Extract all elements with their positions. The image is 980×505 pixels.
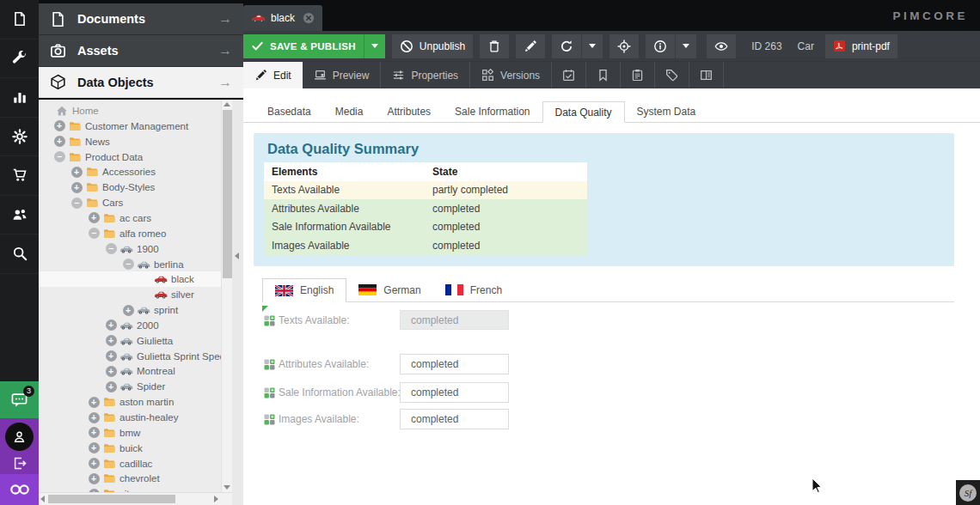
- tree-item-montreal[interactable]: +Montreal: [39, 363, 221, 379]
- info-button[interactable]: [646, 34, 675, 58]
- rail-search-button[interactable]: [0, 234, 39, 274]
- notes-events-button[interactable]: [621, 62, 655, 88]
- expand-plus-icon[interactable]: +: [103, 350, 119, 362]
- reload-options-button[interactable]: [581, 34, 603, 58]
- tree-item-2000[interactable]: +2000: [39, 318, 221, 333]
- tree-horizontal-scrollbar[interactable]: [39, 492, 232, 505]
- save-options-button[interactable]: [364, 34, 385, 58]
- content-tab-system-data[interactable]: System Data: [625, 101, 708, 122]
- print-pdf-button[interactable]: print-pdf: [825, 34, 897, 58]
- visibility-button[interactable]: [707, 34, 736, 58]
- tree-item-news[interactable]: +News: [39, 134, 221, 149]
- expand-plus-icon[interactable]: +: [86, 212, 101, 223]
- scroll-up-icon[interactable]: [224, 102, 230, 106]
- tree-item-cadillac[interactable]: +cadillac: [39, 456, 221, 472]
- collapse-minus-icon[interactable]: −: [52, 151, 67, 162]
- language-tab-german[interactable]: German: [346, 278, 432, 301]
- expand-plus-icon[interactable]: +: [86, 427, 101, 438]
- symfony-profiler-button[interactable]: Sf: [956, 480, 980, 505]
- language-tab-english[interactable]: English: [262, 278, 346, 302]
- collapse-minus-icon[interactable]: −: [120, 259, 136, 270]
- content-tab-data-quality[interactable]: Data Quality: [542, 101, 625, 123]
- content-tab-media[interactable]: Media: [323, 101, 376, 122]
- rail-users-button[interactable]: [0, 196, 39, 235]
- info-options-button[interactable]: [675, 34, 696, 58]
- tree-item-body-styles[interactable]: +Body-Styles: [39, 179, 221, 195]
- scroll-left-icon[interactable]: [40, 496, 45, 502]
- tree-item-product-data[interactable]: −Product Data: [39, 149, 221, 165]
- rename-button[interactable]: [516, 34, 545, 58]
- rail-reports-button[interactable]: [0, 78, 39, 118]
- tree-item-silver[interactable]: silver: [39, 287, 221, 302]
- tree-item-home[interactable]: Home: [39, 103, 221, 119]
- tab-versions[interactable]: Versions: [470, 62, 552, 88]
- expand-plus-icon[interactable]: +: [103, 319, 119, 331]
- expand-plus-icon[interactable]: +: [103, 381, 119, 392]
- delete-button[interactable]: [480, 34, 509, 58]
- expand-plus-icon[interactable]: +: [52, 136, 67, 147]
- expand-plus-icon[interactable]: +: [69, 167, 84, 178]
- scroll-down-icon[interactable]: [224, 485, 230, 490]
- save-publish-button[interactable]: SAVE & PUBLISH: [243, 34, 364, 58]
- texts-available-field-value[interactable]: completed: [400, 310, 509, 330]
- notifications-button[interactable]: 3: [0, 381, 39, 418]
- tree-item-bmw[interactable]: +bmw: [39, 425, 221, 441]
- field-value-attributes-available-[interactable]: completed: [400, 354, 509, 374]
- bookmark-button[interactable]: [586, 62, 621, 88]
- expand-plus-icon[interactable]: +: [103, 366, 119, 377]
- expand-plus-icon[interactable]: +: [52, 120, 67, 131]
- tree-item-ac-cars[interactable]: +ac cars: [39, 210, 221, 226]
- language-tab-french[interactable]: French: [433, 278, 514, 301]
- reports-button[interactable]: [689, 62, 724, 88]
- logout-button[interactable]: [12, 456, 27, 474]
- collapse-minus-icon[interactable]: −: [86, 228, 101, 239]
- locate-in-tree-button[interactable]: [609, 34, 639, 58]
- tags-button[interactable]: [655, 62, 689, 88]
- expand-plus-icon[interactable]: +: [86, 442, 101, 453]
- tree-item-customer-management[interactable]: +Customer Management: [39, 119, 221, 134]
- unpublish-button[interactable]: Unpublish: [392, 34, 473, 58]
- schedule-button[interactable]: [552, 62, 586, 88]
- tree-item-alfa-romeo[interactable]: −alfa romeo: [39, 226, 221, 241]
- field-value-images-available-[interactable]: completed: [400, 409, 509, 429]
- rail-tools-button[interactable]: [0, 40, 39, 79]
- expand-plus-icon[interactable]: +: [86, 397, 101, 408]
- tab-properties[interactable]: Properties: [381, 62, 470, 88]
- rail-documents-button[interactable]: [0, 0, 39, 40]
- collapse-minus-icon[interactable]: −: [69, 198, 84, 209]
- expand-plus-icon[interactable]: +: [103, 335, 119, 346]
- horizontal-scroll-thumb[interactable]: [48, 495, 175, 503]
- content-tab-sale-information[interactable]: Sale Information: [443, 101, 542, 122]
- accordion-documents[interactable]: Documents →: [39, 3, 243, 35]
- tree-vertical-scrollbar[interactable]: [221, 100, 232, 492]
- accordion-assets[interactable]: Assets →: [39, 35, 243, 67]
- user-avatar-button[interactable]: [5, 423, 34, 451]
- tree-item-1900[interactable]: −1900: [39, 241, 221, 257]
- panel-splitter[interactable]: [232, 100, 243, 505]
- pimcore-logo-button[interactable]: [0, 474, 39, 505]
- expand-plus-icon[interactable]: +: [120, 305, 136, 316]
- tree-item-buick[interactable]: +buick: [39, 441, 221, 456]
- rail-settings-button[interactable]: [0, 118, 39, 157]
- tree-item-austin-healey[interactable]: +austin-healey: [39, 410, 221, 425]
- scroll-right-icon[interactable]: [214, 496, 218, 502]
- tree-item-berlina[interactable]: −berlina: [39, 257, 221, 272]
- reload-button[interactable]: [552, 34, 581, 58]
- accordion-data-objects[interactable]: Data Objects →: [39, 67, 243, 98]
- expand-plus-icon[interactable]: +: [86, 458, 101, 469]
- tree-item-cars[interactable]: −Cars: [39, 195, 221, 210]
- tree-item-sprint[interactable]: +sprint: [39, 302, 221, 318]
- content-tab-basedata[interactable]: Basedata: [255, 101, 323, 122]
- expand-plus-icon[interactable]: +: [86, 473, 101, 484]
- tree-item-black[interactable]: black: [39, 271, 221, 287]
- tree-item-accessories[interactable]: +Accessories: [39, 164, 221, 179]
- expand-plus-icon[interactable]: +: [69, 182, 84, 193]
- vertical-scroll-thumb[interactable]: [223, 110, 232, 278]
- field-value-sale-information-available-[interactable]: completed: [400, 382, 509, 403]
- tab-preview[interactable]: Preview: [303, 62, 382, 88]
- tree-item-giulietta[interactable]: +Giulietta: [39, 333, 221, 349]
- rail-ecommerce-button[interactable]: [0, 156, 39, 196]
- close-icon[interactable]: [303, 12, 315, 24]
- tree-item-aston-martin[interactable]: +aston martin: [39, 394, 221, 410]
- tree-item-gulietta-sprint-speciale[interactable]: +Gulietta Sprint Speciale: [39, 349, 221, 364]
